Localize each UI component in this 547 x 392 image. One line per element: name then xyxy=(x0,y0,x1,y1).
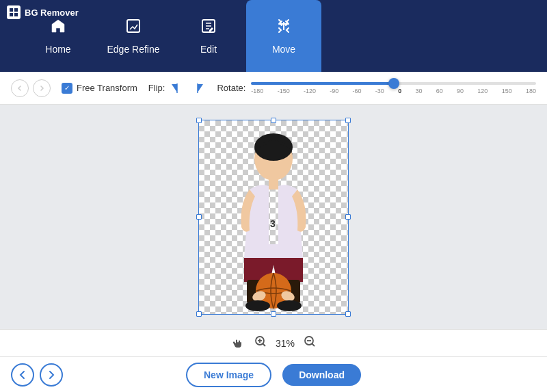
tab-edge-refine[interactable]: Edge Refine xyxy=(96,0,171,72)
free-transform-control[interactable]: ✓ Free Transform xyxy=(62,83,137,94)
hand-tool-button[interactable] xyxy=(230,334,245,352)
svg-point-21 xyxy=(245,300,270,311)
next-button[interactable] xyxy=(40,363,63,387)
handle-bottom-center[interactable] xyxy=(271,311,276,317)
free-transform-checkbox[interactable]: ✓ xyxy=(62,83,72,94)
move-icon xyxy=(276,18,292,38)
flip-section: Flip: xyxy=(148,80,206,96)
handle-top-right[interactable] xyxy=(345,118,351,123)
svg-rect-0 xyxy=(10,8,13,12)
tab-edit[interactable]: Edit xyxy=(171,0,246,72)
flip-horizontal-button[interactable] xyxy=(169,80,185,96)
svg-line-29 xyxy=(312,344,315,347)
app-header: BG Remover Home Edge Refine xyxy=(0,0,547,72)
svg-marker-10 xyxy=(198,84,203,92)
tab-home-label: Home xyxy=(45,44,70,55)
nav-arrows xyxy=(11,363,63,387)
tab-edge-refine-label: Edge Refine xyxy=(107,44,159,55)
download-button[interactable]: Download xyxy=(282,364,361,386)
edge-refine-icon xyxy=(125,18,142,38)
nav-forward-button[interactable] xyxy=(33,79,51,97)
edit-icon xyxy=(200,18,217,38)
handle-top-left[interactable] xyxy=(196,118,202,123)
action-bar: New Image Download xyxy=(0,356,547,392)
handle-bottom-left[interactable] xyxy=(196,311,202,317)
handle-middle-left[interactable] xyxy=(196,214,202,220)
svg-rect-2 xyxy=(10,13,13,16)
handle-middle-right[interactable] xyxy=(345,214,351,220)
handle-top-center[interactable] xyxy=(271,118,276,123)
rotate-ruler[interactable]: -180 -150 -120 -90 -60 -30 0 30 60 90 12… xyxy=(251,76,536,101)
canvas-area: 3 xyxy=(0,105,547,329)
svg-line-26 xyxy=(263,344,265,347)
svg-rect-1 xyxy=(14,8,18,12)
app-title: BG Remover xyxy=(25,8,79,18)
flip-label: Flip: xyxy=(148,83,165,93)
main-content: ✓ Free Transform Flip: Rotate: xyxy=(0,72,547,392)
svg-marker-8 xyxy=(172,84,177,92)
svg-rect-3 xyxy=(14,13,18,16)
free-transform-label: Free Transform xyxy=(77,83,137,93)
toolbar-nav xyxy=(11,79,51,97)
logo-icon xyxy=(7,5,21,19)
new-image-button[interactable]: New Image xyxy=(186,363,271,387)
prev-button[interactable] xyxy=(11,363,34,387)
person-image: 3 xyxy=(199,120,348,314)
rotate-label: Rotate: xyxy=(217,83,245,93)
toolbar: ✓ Free Transform Flip: Rotate: xyxy=(0,72,547,105)
zoom-out-button[interactable] xyxy=(303,335,317,352)
zoom-in-button[interactable] xyxy=(254,335,267,352)
svg-rect-14 xyxy=(269,177,278,190)
svg-point-22 xyxy=(277,300,302,311)
app-logo: BG Remover xyxy=(7,5,79,19)
rotate-section: Rotate: -180 -150 -120 -90 -60 -30 0 xyxy=(217,76,536,101)
svg-text:3: 3 xyxy=(270,218,276,229)
tab-edit-label: Edit xyxy=(200,44,217,55)
tab-move-label: Move xyxy=(272,44,295,55)
handle-bottom-right[interactable] xyxy=(345,311,351,317)
zoom-percent: 31% xyxy=(276,338,295,349)
tab-move[interactable]: Move xyxy=(246,0,321,72)
svg-rect-4 xyxy=(127,20,139,32)
home-icon xyxy=(50,18,66,38)
nav-back-button[interactable] xyxy=(11,79,29,97)
flip-vertical-button[interactable] xyxy=(189,80,206,96)
image-container[interactable]: 3 xyxy=(198,120,349,315)
zoom-bar: 31% xyxy=(0,329,547,356)
